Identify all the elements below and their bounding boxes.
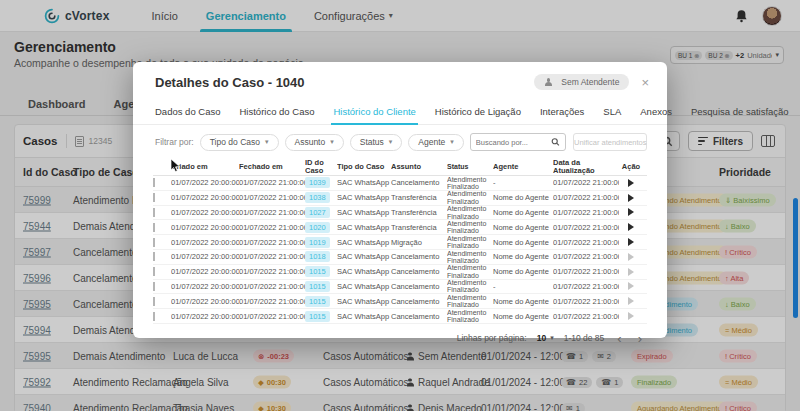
- play-action-icon[interactable]: [628, 238, 634, 246]
- header-fechado: Fechado em: [239, 163, 305, 171]
- row-checkbox[interactable]: [153, 208, 155, 217]
- modal-tab-hist-rico-do-cliente[interactable]: Histórico do Cliente: [333, 102, 415, 124]
- row-checkbox[interactable]: [153, 312, 155, 321]
- cell-acao: [619, 297, 643, 305]
- cell-status: Atendimento Finalizado: [447, 205, 493, 220]
- row-checkbox[interactable]: [153, 267, 155, 276]
- rows-per-page-value[interactable]: 10: [537, 333, 546, 343]
- cell-assunto: Cancelamento: [391, 267, 447, 276]
- row-checkbox[interactable]: [153, 252, 155, 261]
- case-id-chip[interactable]: 1015: [305, 266, 330, 277]
- filter-dropdown-label: Assunto: [295, 137, 326, 147]
- row-checkbox[interactable]: [153, 178, 155, 187]
- header-criado: Criado em: [171, 163, 239, 171]
- case-id-chip[interactable]: 1015: [305, 296, 330, 307]
- cell-status: Atendimento Finalizado: [447, 220, 493, 235]
- cell-data-atualizacao: 01/07/2022 21:00:00: [553, 267, 619, 276]
- filter-dropdown-label: Status: [360, 137, 384, 147]
- history-search-input[interactable]: [476, 138, 551, 147]
- row-checkbox[interactable]: [153, 282, 155, 291]
- play-action-icon: [628, 282, 634, 290]
- filter-dropdown-agente[interactable]: Agente▾: [408, 134, 463, 151]
- case-id-chip[interactable]: 1038: [305, 192, 330, 203]
- modal-tab-pesquisa-de-satisfa-o[interactable]: Pesquisa de satisfação: [691, 102, 789, 124]
- cell-fechado-em: 01/07/2022 21:00:00: [239, 282, 305, 291]
- row-checkbox[interactable]: [153, 297, 155, 306]
- cell-criado-em: 01/07/2022 20:00:00: [171, 282, 239, 291]
- history-row: 01/07/2022 20:00:0001/07/2022 21:00:0010…: [153, 176, 647, 191]
- modal-tab-hist-rico-de-liga-o[interactable]: Histórico de Ligação: [435, 102, 521, 124]
- cell-data-atualizacao: 01/07/2022 21:00:00: [553, 297, 619, 306]
- filter-by-label: Filtrar por:: [155, 137, 194, 147]
- case-id-chip[interactable]: 1039: [305, 177, 330, 188]
- cell-data-atualizacao: 01/07/2022 21:00:00: [553, 312, 619, 321]
- cell-acao: [619, 253, 643, 261]
- filter-dropdown-assunto[interactable]: Assunto▾: [285, 134, 344, 151]
- next-page-icon[interactable]: ›: [635, 332, 645, 345]
- cell-fechado-em: 01/07/2022 21:00:00: [239, 252, 305, 261]
- modal-tab-dados-do-caso[interactable]: Dados do Caso: [155, 102, 220, 124]
- cell-data-atualizacao: 01/07/2022 21:00:00: [553, 238, 619, 247]
- cell-acao: [619, 282, 643, 290]
- play-action-icon[interactable]: [628, 179, 634, 187]
- previous-page-icon[interactable]: ‹: [614, 332, 624, 345]
- cell-agente: Nome do Agente: [493, 252, 553, 261]
- case-id-chip[interactable]: 1027: [305, 207, 330, 218]
- cell-id-do-caso: 1015: [305, 281, 337, 292]
- cell-criado-em: 01/07/2022 20:00:00: [171, 193, 239, 202]
- cell-tipo-do-caso: SAC WhatsApp: [337, 208, 391, 217]
- header-assunto: Assunto: [391, 163, 447, 171]
- cell-assunto: Cancelamento: [391, 252, 447, 261]
- checkbox-cell: [153, 193, 171, 202]
- cell-assunto: Cancelamento: [391, 297, 447, 306]
- checkbox-cell: [153, 267, 171, 276]
- filter-dropdown-status[interactable]: Status▾: [350, 134, 403, 151]
- play-action-icon[interactable]: [628, 194, 634, 202]
- modal-title: Detalhes do Caso - 1040: [155, 75, 305, 90]
- pagination-range: 1-10 de 85: [564, 333, 605, 343]
- cell-id-do-caso: 1038: [305, 192, 337, 203]
- cell-fechado-em: 01/07/2022 21:00:00: [239, 193, 305, 202]
- cell-assunto: Cancelamento: [391, 178, 447, 187]
- row-checkbox[interactable]: [153, 238, 155, 247]
- close-icon[interactable]: ×: [641, 76, 649, 89]
- filter-dropdown-tipo-do-caso[interactable]: Tipo do Caso▾: [200, 134, 279, 151]
- cell-assunto: Transferência: [391, 193, 447, 202]
- cell-agente: -: [493, 282, 553, 291]
- case-id-chip[interactable]: 1015: [305, 311, 330, 322]
- history-search-field[interactable]: [470, 133, 566, 151]
- unify-attendances-button[interactable]: Unificar atendimentos: [573, 133, 647, 151]
- modal-tab-anexos[interactable]: Anexos: [640, 102, 672, 124]
- cell-fechado-em: 01/07/2022 21:00:00: [239, 297, 305, 306]
- case-id-chip[interactable]: 1018: [305, 251, 330, 262]
- row-checkbox[interactable]: [153, 193, 155, 202]
- cell-criado-em: 01/07/2022 20:00:00: [171, 312, 239, 321]
- header-agente: Agente: [493, 163, 553, 171]
- row-checkbox[interactable]: [153, 223, 155, 232]
- history-table-header: Criado emFechado emID do CasoTipo do Cas…: [153, 159, 647, 176]
- cell-criado-em: 01/07/2022 20:00:00: [171, 238, 239, 247]
- case-id-chip[interactable]: 1020: [305, 222, 330, 233]
- cell-id-do-caso: 1018: [305, 251, 337, 262]
- cell-assunto: Cancelamento: [391, 282, 447, 291]
- case-details-modal: Detalhes do Caso - 1040 Sem Atendente × …: [133, 62, 667, 338]
- play-action-icon[interactable]: [628, 223, 634, 231]
- cell-tipo-do-caso: SAC WhatsApp: [337, 193, 391, 202]
- modal-tab-sla[interactable]: SLA: [603, 102, 621, 124]
- cell-criado-em: 01/07/2022 20:00:00: [171, 267, 239, 276]
- cell-agente: Nome do Agente: [493, 193, 553, 202]
- cell-status: Atendimento Finalizado: [447, 264, 493, 279]
- cell-assunto: Cancelamento: [391, 312, 447, 321]
- chevron-down-icon[interactable]: ▾: [550, 334, 554, 342]
- cell-criado-em: 01/07/2022 20:00:00: [171, 178, 239, 187]
- cell-fechado-em: 01/07/2022 21:00:00: [239, 267, 305, 276]
- modal-tab-intera-es[interactable]: Interações: [540, 102, 584, 124]
- app-root: cVortex Início Gerenciamento Configuraçõ…: [0, 0, 800, 411]
- modal-tab-hist-rico-do-caso[interactable]: Histórico do Caso: [239, 102, 314, 124]
- play-action-icon[interactable]: [628, 208, 634, 216]
- case-id-chip[interactable]: 1019: [305, 237, 330, 248]
- case-id-chip[interactable]: 1015: [305, 281, 330, 292]
- chevron-down-icon: ▾: [450, 138, 454, 146]
- header-data: Data da Atualização: [553, 159, 619, 176]
- modal-tabs: Dados do CasoHistórico do CasoHistórico …: [133, 102, 667, 125]
